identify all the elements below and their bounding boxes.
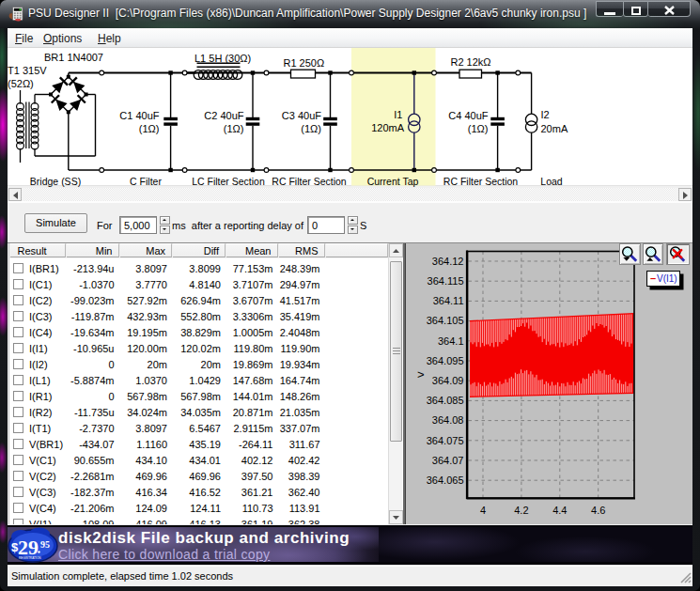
svg-text:364.08: 364.08	[432, 414, 464, 426]
svg-text:>: >	[417, 367, 425, 381]
svg-text:364.075: 364.075	[427, 435, 464, 446]
svg-text:364.115: 364.115	[428, 275, 464, 287]
svg-text:4: 4	[480, 505, 486, 516]
svg-text:364.105: 364.105	[427, 315, 464, 326]
svg-text:95: 95	[40, 539, 50, 550]
svg-text:4.2: 4.2	[514, 505, 528, 516]
svg-text:4.4: 4.4	[552, 505, 567, 516]
svg-text:364.065: 364.065	[427, 474, 464, 486]
svg-text:REGISTRATION: REGISTRATION	[19, 556, 41, 560]
svg-text:364.085: 364.085	[427, 395, 464, 406]
svg-text:364.09: 364.09	[432, 375, 464, 386]
svg-text:364.11: 364.11	[433, 295, 464, 306]
svg-text:364.1: 364.1	[438, 335, 464, 347]
svg-text:364.095: 364.095	[427, 355, 464, 366]
svg-text:364.12: 364.12	[432, 256, 464, 267]
svg-text:364.07: 364.07	[432, 455, 464, 466]
svg-text:4.6: 4.6	[591, 505, 605, 516]
